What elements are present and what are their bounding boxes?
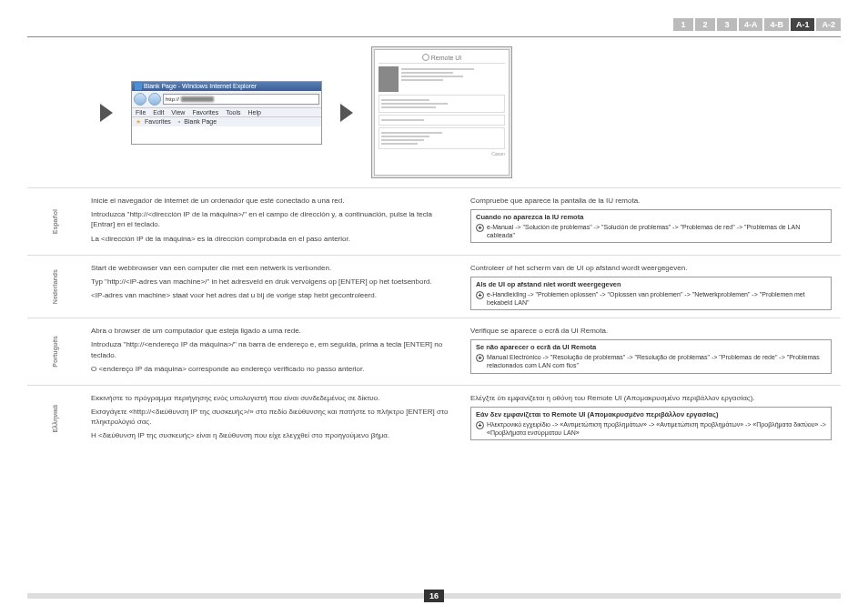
footer: 16 [27,590,841,602]
tab-2[interactable]: 2 [695,18,715,31]
note-title: Εάν δεν εμφανίζεται το Remote UI (Απομακ… [476,410,826,418]
menu-tools: Tools [226,109,240,116]
menu-view: View [171,109,185,116]
tab-A-1[interactable]: A-1 [791,18,815,31]
image-row: Blank Page - Windows Internet Explorer h… [100,46,841,178]
instruction-text: <IP-adres van machine> staat voor het ad… [91,290,452,300]
remote-ui-mock: Remote UI Canon [371,46,512,178]
note-body: +Manual Electrónico -> "Resolução de pro… [476,353,826,369]
tab-4-A[interactable]: 4-A [739,18,763,31]
gear-icon [422,54,429,61]
plus-icon: + [476,224,484,232]
plus-icon: + [476,421,484,429]
tab-3[interactable]: 3 [717,18,737,31]
lang-label: Português [52,336,58,368]
page-number: 16 [424,590,444,602]
instruction-text: Typ "http://<IP-adres van machine>/" in … [91,277,452,287]
back-button [134,93,146,106]
ie-icon [135,83,142,90]
note-box: Se não aparecer o ecrã da UI Remota+Manu… [470,339,832,373]
lang-label: Nederlands [52,269,58,304]
tab-1[interactable]: 1 [673,18,693,31]
instruction-text: Εισαγάγετε «http://<διεύθυνση IP της συσ… [91,407,452,427]
lang-label: Español [52,209,58,234]
instruction-text: O <endereço IP da máquina> corresponde a… [91,364,452,374]
note-title: Se não aparecer o ecrã da UI Remota [476,343,826,351]
lang-row: NederlandsStart de webbrowser van een co… [27,255,841,318]
instruction-text: Η <διεύθυνση IP της συσκευής> είναι η δι… [91,430,452,440]
instruction-text: Inicie el navegador de internet de un or… [91,196,452,206]
url-bar: http:// [163,94,319,105]
arrow-icon [340,104,353,122]
check-text: Verifique se aparece o ecrã da UI Remota… [470,326,832,336]
instruction-text: La <dirección IP de la máquina> es la di… [91,234,452,244]
note-title: Cuando no aparezca la IU remota [476,213,826,221]
menu-favorites: Favorites [192,109,218,116]
menu-edit: Edit [153,109,164,116]
browser-menu: FileEditViewFavoritesToolsHelp [132,108,321,117]
check-text: Compruebe que aparece la pantalla de la … [470,196,832,206]
plus-icon: + [476,291,484,299]
check-text: Ελέγξτε ότι εμφανίζεται η οθόνη του Remo… [470,393,832,403]
note-body: +e-Handleiding -> "Problemen oplossen" -… [476,290,826,307]
instruction-text: Start de webbrowser van een computer die… [91,263,452,273]
note-body: +Ηλεκτρονικό εγχειρίδιο -> «Αντιμετώπιση… [476,420,826,437]
fwd-button [148,93,161,106]
browser-title: Blank Page - Windows Internet Explorer [144,83,257,89]
instruction-text: Abra o browser de um computador que este… [91,326,452,336]
instruction-text: Introduza "http://<endereço IP da máquin… [91,339,452,359]
note-title: Als de UI op afstand niet wordt weergege… [476,280,826,288]
menu-file: File [136,109,146,116]
note-box: Εάν δεν εμφανίζεται το Remote UI (Απομακ… [470,407,832,440]
menu-help: Help [248,109,261,116]
note-box: Als de UI op afstand niet wordt weergege… [470,277,832,310]
lang-label: Ελληνικά [52,405,58,433]
instruction-text: Εκκινήστε το πρόγραμμα περιήγησης ενός υ… [91,393,452,403]
star-icon: ★ [136,118,141,126]
lang-row: EspañolInicie el navegador de internet d… [27,187,841,255]
arrow-icon [100,104,113,122]
note-body: +e-Manual -> "Solución de problemas" -> … [476,223,826,239]
step-tabs: 1234-A4-BA-1A-2 [27,18,841,31]
plus-icon: + [476,354,484,362]
tab-4-B[interactable]: 4-B [764,18,789,31]
check-text: Controleer of het scherm van de UI op af… [470,263,832,273]
note-box: Cuando no aparezca la IU remota+e-Manual… [470,209,832,243]
browser-mock: Blank Page - Windows Internet Explorer h… [131,81,322,145]
instruction-text: Introduzca "http://<dirección IP de la m… [91,209,452,229]
tab-A-2[interactable]: A-2 [816,18,841,31]
lang-row: ΕλληνικάΕκκινήστε το πρόγραμμα περιήγηση… [27,385,841,452]
divider [27,36,841,37]
lang-row: PortuguêsAbra o browser de um computador… [27,318,841,385]
